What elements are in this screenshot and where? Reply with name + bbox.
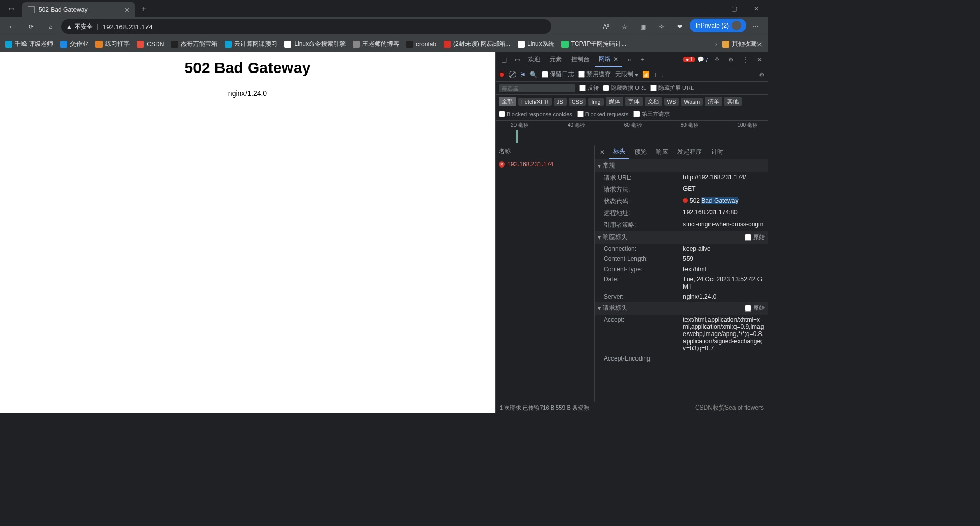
preserve-log-checkbox[interactable]: 保留日志 — [542, 70, 574, 79]
bookmark-item[interactable]: 云计算网课预习 — [225, 40, 277, 49]
tab-elements[interactable]: 元素 — [546, 52, 566, 67]
bookmark-item[interactable]: (2封未读) 网易邮箱... — [444, 40, 510, 49]
tab-preview[interactable]: 预览 — [630, 145, 651, 159]
upload-icon[interactable]: ↑ — [654, 71, 657, 78]
settings-icon[interactable]: ⚙ — [725, 54, 737, 66]
invert-checkbox[interactable]: 反转 — [579, 84, 599, 92]
section-header[interactable]: ▾请求标头 原始 — [595, 302, 768, 315]
bookmark-item[interactable]: crontab — [406, 41, 436, 48]
menu-button[interactable]: ⋯ — [747, 19, 765, 34]
read-aloud-icon[interactable]: A⁰ — [598, 19, 615, 34]
security-warning: ▲ 不安全 — [66, 22, 93, 31]
browser-toolbar: ← ⟳ ⌂ ▲ 不安全 | 192.168.231.174 A⁰ ☆ ▥ ✧ ❤… — [0, 17, 768, 36]
tab-welcome[interactable]: 欢迎 — [524, 52, 545, 67]
tab-console[interactable]: 控制台 — [567, 52, 594, 67]
other-bookmarks[interactable]: 其他收藏夹 — [722, 40, 763, 49]
name-column-header[interactable]: 名称 — [496, 145, 594, 158]
section-header[interactable]: ▾常规 — [595, 159, 768, 172]
type-filter[interactable]: Img — [588, 98, 603, 106]
tab-network[interactable]: 网络 ✕ — [595, 52, 622, 67]
maximize-button[interactable]: ▢ — [723, 0, 745, 17]
download-icon[interactable]: ↓ — [661, 71, 664, 78]
close-icon[interactable]: ✕ — [613, 56, 618, 63]
tab-response[interactable]: 响应 — [652, 145, 672, 159]
collections-icon[interactable]: ▥ — [634, 19, 652, 34]
close-window-button[interactable]: ✕ — [745, 0, 768, 17]
bookmark-item[interactable]: TCP/IP子网掩码计... — [561, 40, 627, 49]
filter-input[interactable] — [499, 84, 575, 92]
close-devtools-icon[interactable]: ✕ — [753, 54, 766, 66]
timeline-tick: 20 毫秒 — [511, 122, 528, 129]
tab-headers[interactable]: 标头 — [609, 145, 629, 159]
minimize-button[interactable]: ─ — [700, 0, 723, 17]
inspect-icon[interactable]: ◫ — [498, 54, 510, 66]
add-tab-icon[interactable]: ＋ — [636, 54, 649, 66]
browser-tab[interactable]: 502 Bad Gateway ✕ — [22, 2, 135, 17]
refresh-button[interactable]: ⟳ — [22, 19, 40, 34]
raw-toggle[interactable]: 原始 — [745, 233, 765, 241]
favorite-icon[interactable]: ☆ — [616, 19, 633, 34]
blocked-requests-checkbox[interactable]: Blocked requests — [577, 111, 628, 117]
type-filter[interactable]: 其他 — [724, 97, 742, 106]
third-party-checkbox[interactable]: 第三方请求 — [633, 110, 670, 118]
address-bar[interactable]: ▲ 不安全 | 192.168.231.174 — [61, 19, 551, 34]
tab-initiator[interactable]: 发起程序 — [673, 145, 706, 159]
bookmark-item[interactable]: Linux命令搜索引擎 — [284, 40, 346, 49]
request-row[interactable]: ✕ 192.168.231.174 — [496, 158, 594, 171]
tab-timing[interactable]: 计时 — [707, 145, 727, 159]
type-filter[interactable]: Fetch/XHR — [518, 98, 552, 106]
clear-button[interactable] — [509, 71, 516, 78]
search-icon[interactable]: 🔍 — [530, 71, 537, 78]
type-filter[interactable]: 清单 — [705, 97, 722, 106]
type-filter[interactable]: WS — [664, 98, 679, 106]
type-filter[interactable]: 全部 — [499, 97, 516, 106]
error-badge[interactable]: ● 1 — [683, 57, 695, 62]
performance-icon[interactable]: ❤ — [671, 19, 689, 34]
inprivate-badge[interactable]: InPrivate (2) — [690, 19, 746, 32]
device-icon[interactable]: ▭ — [511, 54, 523, 66]
kebab-icon[interactable]: ⋮ — [739, 54, 751, 66]
bookmark-item[interactable]: 交作业 — [60, 40, 88, 49]
network-timeline[interactable]: 20 毫秒40 毫秒60 毫秒80 毫秒100 毫秒 — [496, 121, 768, 145]
network-settings-icon[interactable]: ⚙ — [759, 71, 765, 78]
close-detail-icon[interactable]: ✕ — [597, 149, 608, 156]
feedback-icon[interactable]: ⚘ — [710, 54, 723, 66]
chevron-down-icon: ▾ — [598, 162, 601, 170]
tab-manager-icon[interactable]: ▭ — [0, 5, 22, 12]
record-button[interactable] — [499, 71, 505, 78]
raw-toggle[interactable]: 原始 — [745, 304, 765, 312]
bookmarks-chevron-icon[interactable]: › — [715, 41, 717, 48]
bookmark-item[interactable]: 杰哥万能宝箱 — [171, 40, 217, 49]
bookmark-item[interactable]: Linux系统 — [518, 40, 554, 49]
hide-data-checkbox[interactable]: 隐藏数据 URL — [603, 84, 646, 92]
wifi-icon[interactable]: 📶 — [642, 71, 650, 78]
section-header[interactable]: ▾响应标头 原始 — [595, 231, 768, 244]
error-status-icon: ✕ — [499, 161, 505, 168]
bookmark-item[interactable]: 王老师的博客 — [353, 40, 399, 49]
type-filter[interactable]: Wasm — [681, 98, 703, 106]
hide-ext-checkbox[interactable]: 隐藏扩展 URL — [650, 84, 694, 92]
type-filter[interactable]: 文档 — [645, 97, 662, 106]
favicon-icon — [28, 6, 35, 13]
bookmark-item[interactable]: CSDN — [137, 41, 164, 48]
info-badge[interactable]: 💬 7 — [697, 56, 708, 63]
timeline-bar — [516, 130, 518, 143]
disable-cache-checkbox[interactable]: 禁用缓存 — [578, 70, 611, 79]
close-tab-icon[interactable]: ✕ — [124, 6, 130, 14]
favorites-bar-icon[interactable]: ✧ — [653, 19, 670, 34]
throttling-select[interactable]: 无限制 ▾ — [615, 70, 638, 79]
type-filter[interactable]: JS — [554, 98, 567, 106]
new-tab-button[interactable]: ＋ — [135, 4, 153, 14]
type-filter[interactable]: 字体 — [625, 97, 643, 106]
blocked-cookies-checkbox[interactable]: Blocked response cookies — [499, 111, 572, 117]
type-filter[interactable]: CSS — [569, 98, 586, 106]
filter-icon[interactable]: ⚞ — [520, 71, 526, 78]
watermark: CSDN收货Sea of flowers — [695, 403, 764, 412]
back-button[interactable]: ← — [3, 19, 20, 34]
home-button[interactable]: ⌂ — [42, 19, 59, 34]
devtools-statusbar: 1 次请求 已传输716 B 559 B 条资源 CSDN收货Sea of fl… — [496, 402, 768, 413]
more-tabs-icon[interactable]: » — [623, 54, 635, 66]
type-filter[interactable]: 媒体 — [606, 97, 623, 106]
bookmark-item[interactable]: 练习打字 — [95, 40, 130, 49]
bookmark-item[interactable]: 千峰 评级老师 — [5, 40, 53, 49]
